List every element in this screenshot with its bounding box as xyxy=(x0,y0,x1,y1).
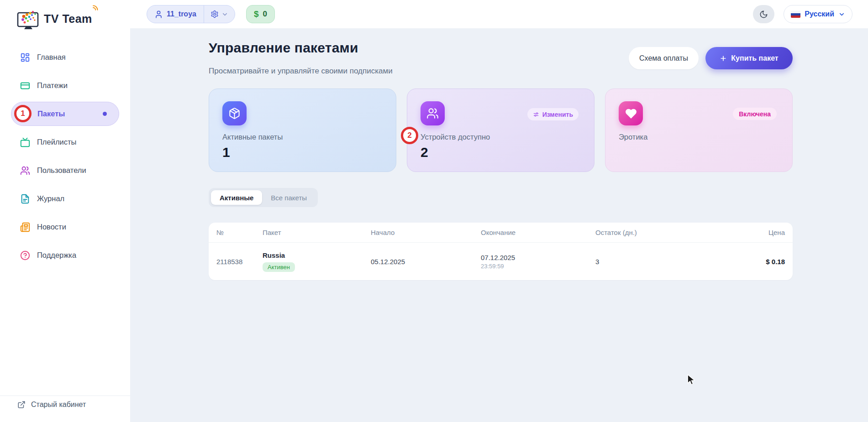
page-title: Управление пакетами xyxy=(209,40,358,56)
sliders-icon xyxy=(533,111,539,118)
users-icon xyxy=(421,101,445,125)
sidebar-item-payments[interactable]: Платежи xyxy=(11,73,119,98)
payment-scheme-button[interactable]: Схема оплаты xyxy=(629,47,699,69)
table-header: № Пакет Начало Окончание Остаток (дн.) Ц… xyxy=(209,223,793,243)
card-label: Устройств доступно xyxy=(421,133,581,141)
balance-amount: 0 xyxy=(263,10,267,19)
col-start: Начало xyxy=(371,229,481,236)
sidebar-item-journal[interactable]: Журнал xyxy=(11,187,119,211)
sidebar-item-support[interactable]: Поддержка xyxy=(11,243,119,267)
sidebar-item-news[interactable]: Новости xyxy=(11,215,119,239)
user-account-button[interactable]: 11_troya xyxy=(147,5,204,23)
chevron-down-icon xyxy=(221,11,228,18)
language-selector[interactable]: Русский xyxy=(784,5,852,23)
status-badge-active: Активен xyxy=(263,262,295,272)
user-settings-button[interactable] xyxy=(204,5,235,23)
sidebar-item-playlists[interactable]: Плейлисты xyxy=(11,130,119,154)
tv-icon xyxy=(20,137,30,147)
sidebar-item-label: Пакеты xyxy=(37,109,65,118)
annotation-circle-2: 2 xyxy=(401,127,418,144)
mouse-cursor xyxy=(686,374,696,386)
edit-devices-label: Изменить xyxy=(542,111,573,118)
tv-logo-icon xyxy=(16,5,42,32)
card-label: Эротика xyxy=(619,133,779,141)
sidebar-item-label: Главная xyxy=(37,53,66,62)
page-subtitle: Просматривайте и управляйте своими подпи… xyxy=(209,67,393,76)
heart-icon xyxy=(619,101,643,125)
user-name: 11_troya xyxy=(167,10,196,18)
credit-card-icon xyxy=(20,81,30,91)
tab-all-packages[interactable]: Все пакеты xyxy=(262,190,316,205)
tab-active[interactable]: Активные xyxy=(211,190,262,205)
col-price: Цена xyxy=(732,229,785,236)
col-days-left: Остаток (дн.) xyxy=(595,229,732,236)
dollar-icon: $ xyxy=(254,9,259,19)
logo[interactable]: TV Team xyxy=(16,5,92,32)
sidebar-item-label: Журнал xyxy=(37,194,64,203)
buy-package-label: Купить пакет xyxy=(731,54,778,63)
status-badge-enabled: Включена xyxy=(733,108,777,120)
balance-button[interactable]: $ 0 xyxy=(246,5,275,23)
cell-price: $ 0.18 xyxy=(732,258,785,266)
cell-id: 2118538 xyxy=(216,258,263,266)
gear-icon xyxy=(210,10,219,18)
end-date: 07.12.2025 xyxy=(481,254,595,261)
sidebar-item-label: Плейлисты xyxy=(37,138,76,146)
table-row: 2118538 Russia Активен 05.12.2025 07.12.… xyxy=(209,243,793,280)
app-root: 11_troya $ 0 Русский xyxy=(0,0,868,422)
tab-label: Все пакеты xyxy=(271,194,307,202)
col-end: Окончание xyxy=(481,229,595,236)
card-devices-available: Изменить Устройств доступно 2 xyxy=(407,89,594,172)
user-menu: 11_troya xyxy=(147,5,235,23)
sidebar-item-label: Пользователи xyxy=(37,166,86,175)
user-icon xyxy=(154,10,163,19)
old-cabinet-link[interactable]: Старый кабинет xyxy=(17,401,86,409)
tab-label: Активные xyxy=(220,194,253,202)
external-link-icon xyxy=(17,401,26,409)
active-dot xyxy=(103,112,107,116)
moon-icon xyxy=(759,10,768,19)
russia-flag-icon xyxy=(791,11,800,18)
sidebar-nav: Главная Платежи Пакеты Плейлисты xyxy=(11,45,119,271)
edit-devices-button[interactable]: Изменить xyxy=(527,108,579,120)
sidebar-item-home[interactable]: Главная xyxy=(11,45,119,69)
wifi-icon xyxy=(92,4,99,10)
users-icon xyxy=(20,166,30,176)
package-tabs: Активные Все пакеты xyxy=(209,188,318,207)
help-circle-icon xyxy=(20,250,30,260)
package-cube-icon xyxy=(222,101,247,125)
card-value: 2 xyxy=(421,145,581,160)
language-label: Русский xyxy=(805,10,834,18)
packages-table: № Пакет Начало Окончание Остаток (дн.) Ц… xyxy=(209,223,793,280)
col-number: № xyxy=(216,229,263,236)
old-cabinet-label: Старый кабинет xyxy=(31,401,86,409)
chevron-down-icon xyxy=(838,11,845,18)
sidebar-item-label: Новости xyxy=(37,223,66,231)
annotation-circle-1: 1 xyxy=(14,105,32,122)
sidebar-item-label: Поддержка xyxy=(37,251,76,260)
end-time: 23:59:59 xyxy=(481,263,595,270)
card-erotica: Включена Эротика xyxy=(605,89,793,172)
card-label: Активные пакеты xyxy=(222,133,383,141)
cell-days-left: 3 xyxy=(595,258,732,266)
sidebar-footer-divider xyxy=(0,396,130,396)
sidebar-item-label: Платежи xyxy=(37,81,68,90)
buy-package-button[interactable]: Купить пакет xyxy=(705,47,793,69)
dark-mode-toggle[interactable] xyxy=(753,5,774,23)
brand-name: TV Team xyxy=(44,12,92,32)
sidebar: TV Team Главная Платежи Пакеты xyxy=(0,0,130,422)
card-active-packages: Активные пакеты 1 xyxy=(209,89,396,172)
plus-icon xyxy=(720,55,727,62)
col-package: Пакет xyxy=(263,229,371,236)
package-name: Russia xyxy=(263,251,371,259)
card-value: 1 xyxy=(222,145,383,160)
cell-package: Russia Активен xyxy=(263,251,371,272)
sidebar-item-users[interactable]: Пользователи xyxy=(11,158,119,182)
cell-end: 07.12.2025 23:59:59 xyxy=(481,254,595,270)
dashboard-icon xyxy=(20,52,30,63)
file-text-icon xyxy=(20,194,30,204)
topbar: 11_troya $ 0 Русский xyxy=(130,0,868,28)
cell-start: 05.12.2025 xyxy=(371,258,481,266)
payment-scheme-label: Схема оплаты xyxy=(639,54,688,63)
newspaper-icon xyxy=(20,222,30,232)
